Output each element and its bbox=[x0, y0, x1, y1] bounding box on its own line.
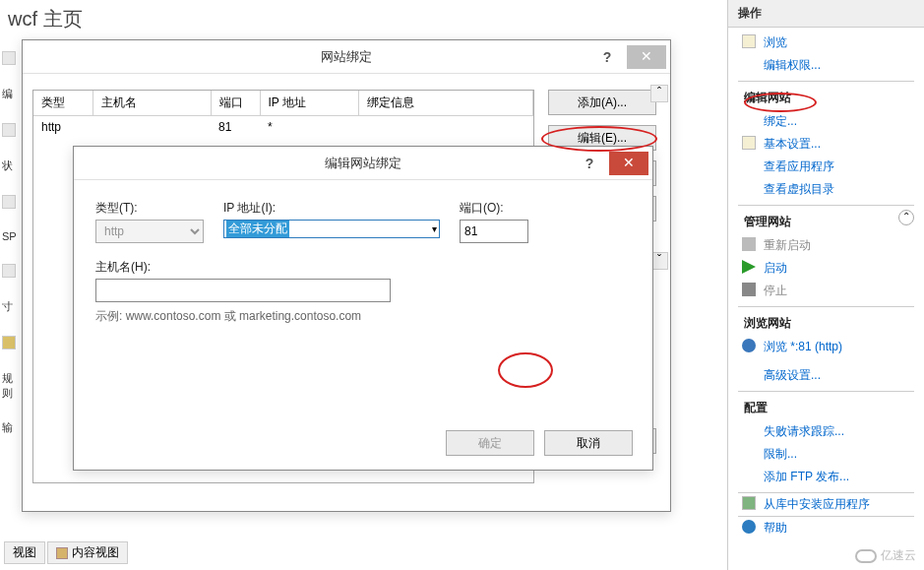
action-edit-permissions[interactable]: 编辑权限... bbox=[728, 54, 924, 77]
action-install-gallery[interactable]: 从库中安装应用程序 bbox=[728, 493, 924, 516]
section-edit-site: 编辑网站 bbox=[728, 86, 924, 110]
watermark: 亿速云 bbox=[855, 547, 916, 564]
help-button[interactable]: ? bbox=[574, 156, 605, 171]
page-title: wcf 主页 bbox=[0, 0, 720, 42]
settings-icon bbox=[742, 136, 756, 150]
gutter-label: 寸 bbox=[2, 299, 18, 314]
action-label: 启动 bbox=[764, 261, 787, 275]
cell-ip: * bbox=[260, 116, 358, 139]
globe-icon bbox=[742, 339, 756, 352]
ip-select[interactable]: 全部未分配 ▾ bbox=[223, 220, 440, 238]
action-failed-req[interactable]: 失败请求跟踪... bbox=[728, 420, 924, 443]
action-label: 重新启动 bbox=[764, 238, 811, 252]
tab-features[interactable]: 视图 bbox=[4, 541, 45, 564]
chevron-down-icon[interactable]: ▾ bbox=[432, 223, 437, 234]
action-view-apps[interactable]: 查看应用程序 bbox=[728, 156, 924, 178]
gutter-icon bbox=[2, 264, 16, 278]
actions-header: 操作 bbox=[728, 0, 924, 28]
actions-pane: 操作 浏览 编辑权限... 编辑网站 绑定... 基本设置... 查看应用程序 … bbox=[727, 0, 924, 570]
type-label: 类型(T): bbox=[95, 200, 204, 217]
gutter-icon bbox=[2, 336, 16, 349]
col-host[interactable]: 主机名 bbox=[92, 91, 211, 116]
scroll-up-arrow[interactable]: ˆ bbox=[650, 85, 668, 102]
collapse-icon[interactable]: ⌃ bbox=[898, 210, 914, 225]
action-advanced[interactable]: 高级设置... bbox=[728, 364, 924, 387]
col-type[interactable]: 类型 bbox=[33, 91, 92, 116]
type-select: http bbox=[95, 220, 204, 243]
section-config: 配置 bbox=[728, 396, 924, 420]
action-limits[interactable]: 限制... bbox=[728, 443, 924, 466]
cell-host bbox=[92, 116, 211, 139]
col-ip[interactable]: IP 地址 bbox=[260, 91, 358, 116]
tab-label: 视图 bbox=[13, 544, 36, 561]
tab-content[interactable]: 内容视图 bbox=[47, 541, 128, 564]
gutter-label: 编 bbox=[2, 87, 18, 101]
action-view-vdirs[interactable]: 查看虚拟目录 bbox=[728, 178, 924, 201]
add-button[interactable]: 添加(A)... bbox=[548, 90, 656, 115]
port-label: 端口(O): bbox=[460, 200, 528, 217]
tab-label: 内容视图 bbox=[72, 544, 119, 561]
action-label: 浏览 bbox=[764, 35, 787, 49]
left-gutter: 编 状 SP 寸 规则 输 bbox=[0, 30, 18, 473]
action-label: 帮助 bbox=[764, 521, 787, 535]
dialog-titlebar[interactable]: 编辑网站绑定 ? ✕ bbox=[74, 147, 652, 180]
section-browse-site: 浏览网站 bbox=[728, 311, 924, 336]
dialog-titlebar[interactable]: 网站绑定 ? ✕ bbox=[23, 40, 670, 74]
action-basic-settings[interactable]: 基本设置... bbox=[728, 133, 924, 156]
close-button[interactable]: ✕ bbox=[627, 45, 666, 69]
cancel-button[interactable]: 取消 bbox=[544, 430, 633, 456]
dialog-title: 网站绑定 bbox=[321, 48, 372, 66]
gallery-icon bbox=[742, 496, 756, 510]
gutter-label: 规则 bbox=[2, 371, 18, 401]
browse-icon bbox=[742, 34, 756, 48]
content-icon bbox=[56, 547, 68, 559]
play-icon bbox=[742, 260, 756, 274]
gutter-icon bbox=[2, 51, 16, 65]
restart-icon bbox=[742, 237, 756, 251]
action-help[interactable]: 帮助 bbox=[728, 517, 924, 539]
ok-button[interactable]: 确定 bbox=[446, 430, 534, 456]
table-row[interactable]: http 81 * bbox=[33, 116, 533, 139]
section-manage-site: 管理网站 bbox=[728, 210, 924, 234]
gutter-icon bbox=[2, 195, 16, 209]
stop-icon bbox=[742, 283, 756, 296]
dialog-title: 编辑网站绑定 bbox=[325, 155, 401, 172]
cell-port: 81 bbox=[211, 116, 260, 139]
action-label: 停止 bbox=[764, 284, 787, 297]
gutter-icon bbox=[2, 123, 16, 137]
action-bindings[interactable]: 绑定... bbox=[728, 110, 924, 133]
gutter-label: 状 bbox=[2, 158, 18, 173]
col-port[interactable]: 端口 bbox=[211, 91, 260, 116]
gutter-label: 输 bbox=[2, 420, 18, 435]
ip-value: 全部未分配 bbox=[226, 221, 289, 237]
col-info[interactable]: 绑定信息 bbox=[358, 91, 533, 116]
watermark-icon bbox=[855, 549, 877, 563]
edit-binding-dialog: 编辑网站绑定 ? ✕ 类型(T): http IP 地址(I): 全部未分配 ▾ bbox=[73, 146, 653, 471]
help-icon bbox=[742, 520, 756, 534]
host-input[interactable] bbox=[95, 279, 391, 302]
action-label: 从库中安装应用程序 bbox=[764, 497, 870, 511]
action-label: 浏览 *:81 (http) bbox=[764, 340, 842, 353]
cell-type: http bbox=[33, 116, 92, 139]
action-stop[interactable]: 停止 bbox=[728, 280, 924, 302]
table-header-row: 类型 主机名 端口 IP 地址 绑定信息 bbox=[33, 91, 533, 116]
host-example: 示例: www.contoso.com 或 marketing.contoso.… bbox=[95, 308, 631, 325]
action-start[interactable]: 启动 bbox=[728, 257, 924, 280]
ip-label: IP 地址(I): bbox=[223, 200, 440, 217]
host-label: 主机名(H): bbox=[95, 259, 631, 276]
cell-info bbox=[358, 116, 533, 139]
watermark-text: 亿速云 bbox=[881, 547, 916, 564]
action-browse-81[interactable]: 浏览 *:81 (http) bbox=[728, 336, 924, 358]
gutter-label: SP bbox=[2, 230, 18, 242]
action-browse[interactable]: 浏览 bbox=[728, 32, 924, 54]
help-button[interactable]: ? bbox=[591, 49, 623, 65]
action-restart[interactable]: 重新启动 bbox=[728, 234, 924, 257]
action-add-ftp[interactable]: 添加 FTP 发布... bbox=[728, 466, 924, 488]
close-button[interactable]: ✕ bbox=[609, 152, 648, 175]
action-label: 基本设置... bbox=[764, 137, 821, 151]
port-input[interactable] bbox=[460, 220, 528, 243]
